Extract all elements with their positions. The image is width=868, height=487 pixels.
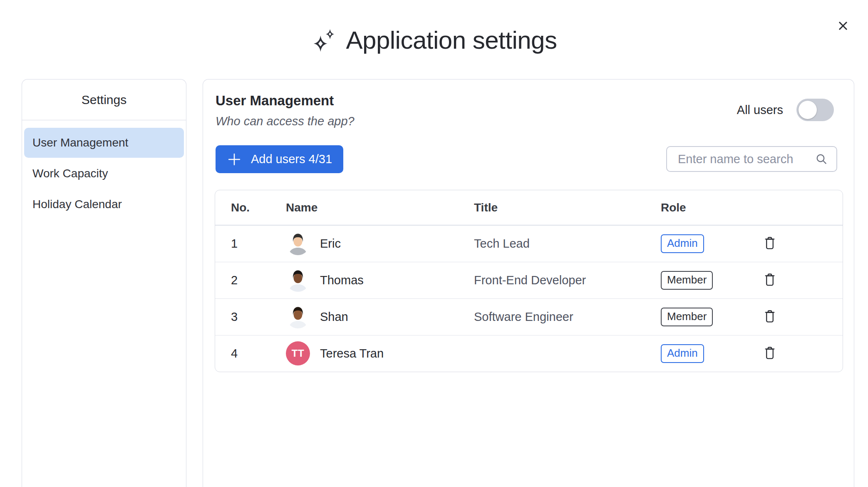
user-table-body: 1EricTech LeadAdmin2ThomasFront-End Deve…: [215, 225, 843, 372]
trash-icon: [762, 345, 777, 360]
table-row: 2ThomasFront-End DeveloperMember: [215, 262, 843, 298]
all-users-control: All users: [737, 99, 834, 121]
user-title: Tech Lead: [473, 225, 660, 262]
avatar: TT: [286, 341, 310, 365]
plus-icon: [227, 152, 242, 167]
sidebar-item-label: Work Capacity: [32, 167, 108, 180]
sidebar-item-work-capacity[interactable]: Work Capacity: [24, 159, 184, 189]
all-users-toggle[interactable]: [796, 99, 834, 121]
role-badge[interactable]: Member: [661, 308, 713, 326]
search-box: [666, 146, 837, 172]
table-row: 1EricTech LeadAdmin: [215, 225, 843, 262]
user-title: Front-End Developer: [473, 262, 660, 298]
add-users-label: Add users 4/31: [251, 152, 332, 166]
page-title: Application settings: [346, 26, 557, 55]
trash-icon: [762, 236, 777, 251]
avatar: [286, 268, 310, 292]
trash-icon: [762, 272, 777, 287]
avatar: [286, 231, 310, 256]
panel-heading: User Management Who can access the app?: [216, 93, 355, 128]
user-management-panel: User Management Who can access the app? …: [203, 79, 854, 487]
sidebar-item-holiday-calendar[interactable]: Holiday Calendar: [24, 189, 184, 219]
delete-user-button[interactable]: [761, 234, 779, 252]
sidebar-item-user-management[interactable]: User Management: [24, 128, 184, 158]
application-settings-dialog: Application settings Settings User Manag…: [0, 0, 868, 487]
user-name: Thomas: [320, 273, 364, 287]
toggle-knob: [799, 101, 817, 119]
user-number: 1: [215, 225, 286, 262]
users-table: No. Name Title Role 1EricTech LeadAdmin2…: [215, 190, 843, 372]
column-header-name: Name: [286, 190, 473, 225]
column-header-actions: [758, 190, 843, 225]
user-title: Software Engineer: [473, 298, 660, 335]
panel-title: User Management: [216, 93, 355, 109]
trash-icon: [762, 309, 777, 324]
delete-user-button[interactable]: [761, 307, 779, 325]
sidebar-nav: User Management Work Capacity Holiday Ca…: [22, 120, 186, 228]
role-badge[interactable]: Member: [661, 271, 713, 290]
user-title: [473, 335, 660, 372]
role-badge[interactable]: Admin: [661, 344, 704, 363]
search-input[interactable]: [678, 152, 815, 166]
user-number: 4: [215, 335, 286, 372]
user-name: Teresa Tran: [320, 347, 384, 360]
delete-user-button[interactable]: [761, 344, 779, 362]
sidebar-item-label: User Management: [32, 136, 128, 149]
user-number: 3: [215, 298, 286, 335]
user-number: 2: [215, 262, 286, 298]
sidebar-item-label: Holiday Calendar: [32, 198, 122, 211]
role-badge[interactable]: Admin: [661, 234, 704, 253]
column-header-title: Title: [473, 190, 660, 225]
settings-sidebar: Settings User Management Work Capacity H…: [22, 79, 186, 487]
sidebar-title: Settings: [22, 80, 186, 120]
dialog-title-row: Application settings: [0, 26, 868, 55]
table-header-row: No. Name Title Role: [215, 190, 843, 225]
user-name: Shan: [320, 310, 348, 324]
panel-subtitle: Who can access the app?: [216, 114, 355, 128]
add-users-button[interactable]: Add users 4/31: [216, 145, 343, 173]
column-header-role: Role: [660, 190, 758, 225]
user-name: Eric: [320, 237, 341, 251]
avatar: [286, 305, 310, 329]
search-icon: [815, 152, 828, 166]
all-users-label: All users: [737, 103, 783, 117]
column-header-no: No.: [215, 190, 286, 225]
sparkles-icon: [311, 27, 337, 53]
table-row: 4TTTeresa TranAdmin: [215, 335, 843, 372]
delete-user-button[interactable]: [761, 271, 779, 289]
table-row: 3ShanSoftware EngineerMember: [215, 298, 843, 335]
